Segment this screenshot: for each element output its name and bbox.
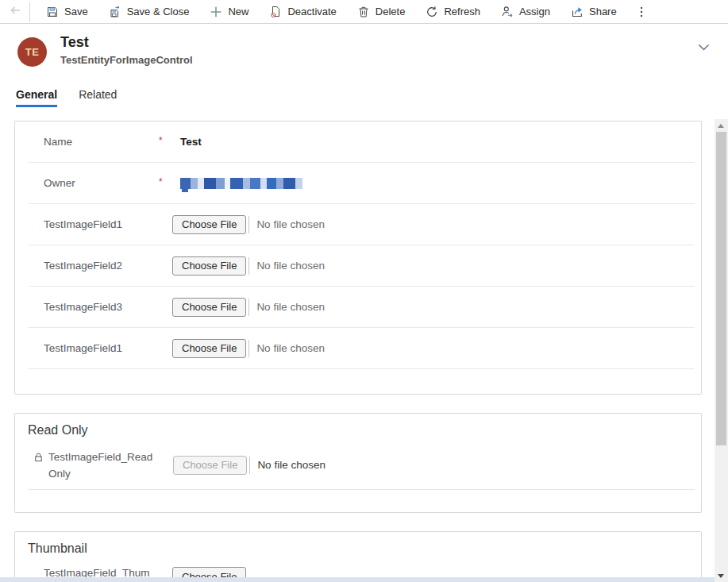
field-row-testimagefield3: TestImageField3 Choose File No file chos… [29, 287, 695, 328]
section-read-only: Read Only TestImageField_Read Only Choos… [14, 413, 702, 513]
entity-form-page: Save Save & Close New Deactivate Delete [0, 0, 728, 582]
required-asterisk: * [159, 176, 180, 191]
field-row-testimagefield1: TestImageField1 Choose File No file chos… [29, 204, 695, 245]
more-commands-button[interactable] [627, 0, 656, 24]
command-bar: Save Save & Close New Deactivate Delete [0, 0, 728, 24]
refresh-label: Refresh [444, 6, 480, 17]
file-status-text: No file chosen [256, 342, 325, 354]
record-title: Test [60, 34, 193, 51]
section-heading: Read Only [15, 414, 701, 437]
choose-file-button-disabled: Choose File [173, 456, 247, 475]
file-input-divider [248, 216, 249, 233]
back-arrow-icon [9, 4, 21, 20]
more-vertical-icon [635, 6, 648, 18]
file-input-divider [248, 299, 249, 316]
choose-file-button[interactable]: Choose File [172, 339, 246, 358]
delete-label: Delete [376, 6, 406, 17]
field-row-testimagefield2: TestImageField2 Choose File No file chos… [29, 245, 695, 287]
required-asterisk: * [159, 135, 180, 149]
scrollbar-thumb[interactable] [716, 132, 726, 445]
owner-lookup-value-redacted[interactable] [180, 177, 302, 189]
share-icon [571, 6, 584, 18]
name-value[interactable]: Test [180, 136, 202, 148]
save-icon [46, 6, 59, 18]
field-label: TestImageField3 [44, 301, 172, 313]
save-and-close-button[interactable]: Save & Close [98, 0, 200, 24]
choose-file-button[interactable]: Choose File [172, 298, 246, 317]
assign-icon [501, 6, 514, 18]
file-input: Choose File No file chosen [172, 256, 325, 276]
command-bar-divider [29, 2, 30, 21]
deactivate-label: Deactivate [287, 6, 336, 17]
field-row-owner: Owner * [29, 163, 695, 204]
vertical-scrollbar[interactable] [715, 119, 728, 582]
section-main: Name * Test Owner * TestImageField1 Choo… [14, 121, 702, 395]
assign-label: Assign [519, 6, 550, 17]
file-input-divider [249, 457, 250, 474]
field-label: Owner [44, 177, 159, 189]
record-entity-name: TestEntityForImageControl [60, 54, 193, 66]
file-input: Choose File No file chosen [172, 215, 325, 234]
record-header: TE Test TestEntityForImageControl [0, 24, 728, 79]
tab-related[interactable]: Related [79, 88, 117, 107]
file-input: Choose File No file chosen [172, 339, 325, 358]
delete-button[interactable]: Delete [347, 0, 416, 24]
delete-icon [357, 6, 370, 18]
save-button[interactable]: Save [36, 0, 98, 24]
field-row-name: Name * Test [29, 121, 695, 163]
file-status-text: No file chosen [256, 260, 325, 272]
refresh-icon [426, 6, 438, 18]
tab-general[interactable]: General [16, 88, 57, 107]
save-and-close-icon [109, 6, 121, 18]
field-label: TestImageField_Read Only [48, 449, 152, 482]
scrollbar-up-arrow[interactable] [718, 124, 724, 128]
file-input-divider [248, 257, 249, 275]
field-label: TestImageField1 [44, 218, 172, 230]
share-label: Share [589, 6, 617, 17]
field-label-group: TestImageField_Read Only [33, 449, 173, 482]
field-label: Name [44, 136, 159, 148]
file-input-divider [248, 340, 249, 357]
field-label: TestImageField2 [44, 260, 172, 272]
file-status-text: No file chosen [256, 301, 325, 313]
save-and-close-label: Save & Close [127, 6, 190, 17]
lock-icon [33, 451, 44, 482]
section-thumbnail: Thumbnail TestImageField_Thum Choose Fil… [14, 531, 702, 582]
deactivate-button[interactable]: Deactivate [259, 0, 346, 24]
new-icon [210, 6, 222, 18]
section-heading: Thumbnail [15, 532, 701, 556]
deactivate-icon [269, 6, 282, 18]
field-row-testimagefield1-b: TestImageField1 Choose File No file chos… [29, 328, 695, 369]
chevron-down-icon [697, 41, 711, 55]
file-input: Choose File No file chosen [172, 298, 325, 317]
file-input-disabled: Choose File No file chosen [173, 456, 325, 475]
new-label: New [228, 6, 248, 17]
horizontal-scrollbar[interactable] [0, 577, 715, 582]
choose-file-button[interactable]: Choose File [172, 215, 246, 234]
field-row-testimagefield-readonly: TestImageField_Read Only Choose File No … [29, 441, 695, 490]
save-label: Save [64, 6, 88, 17]
refresh-button[interactable]: Refresh [415, 0, 491, 24]
assign-button[interactable]: Assign [491, 0, 560, 24]
record-avatar: TE [17, 37, 47, 67]
form-body: Name * Test Owner * TestImageField1 Choo… [0, 112, 728, 582]
choose-file-button[interactable]: Choose File [172, 256, 246, 276]
file-status-text: No file chosen [256, 218, 325, 230]
new-button[interactable]: New [199, 0, 259, 24]
back-button[interactable] [0, 0, 29, 24]
form-tabs: General Related [0, 79, 728, 107]
share-button[interactable]: Share [560, 0, 627, 24]
expand-header-button[interactable] [697, 41, 711, 56]
file-status-text: No file chosen [257, 459, 325, 471]
field-label: TestImageField1 [44, 342, 172, 354]
scrollbar-down-arrow[interactable] [718, 574, 724, 578]
